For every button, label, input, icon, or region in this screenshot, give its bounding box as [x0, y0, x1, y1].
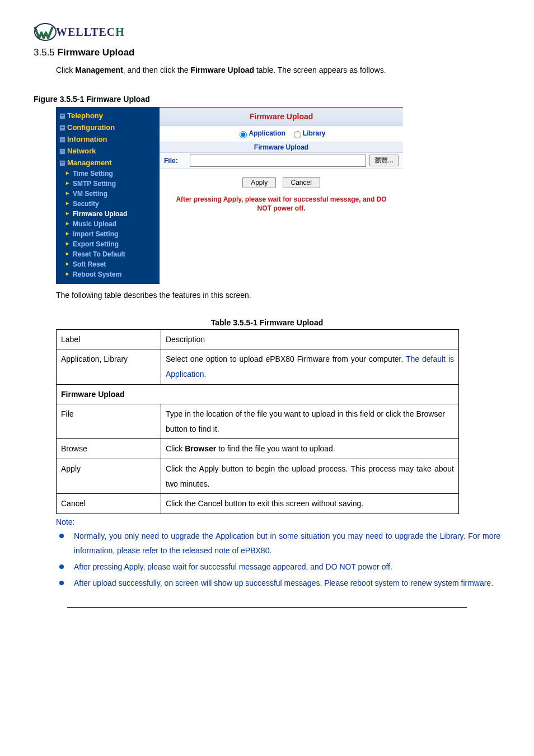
note-item-2: After pressing Apply, please wait for su…	[71, 559, 500, 575]
description-table: Label Description Application, Library S…	[56, 329, 459, 514]
row-cancel-label: Cancel	[57, 494, 161, 514]
file-path-input[interactable]	[190, 155, 366, 167]
note-item-1: Normally, you only need to upgrade the A…	[71, 529, 500, 558]
footer-rule	[67, 607, 467, 608]
upload-type-row: Application Library	[160, 126, 403, 142]
section-number: 3.5.5	[34, 47, 55, 58]
cancel-button[interactable]: Cancel	[283, 177, 320, 188]
file-label: File:	[164, 157, 186, 165]
after-shot-text: The following table describes the featur…	[56, 288, 500, 302]
nav-security[interactable]: Secutity	[56, 199, 160, 209]
notes-list: Normally, you only need to upgrade the A…	[56, 529, 500, 590]
button-row: Apply Cancel	[160, 169, 403, 193]
th-label: Label	[57, 329, 161, 349]
nav-reset-default[interactable]: Reset To Default	[56, 249, 160, 259]
logo: WELLTECH	[34, 22, 500, 41]
nav-network[interactable]: Network	[56, 145, 160, 157]
browse-button[interactable]: 瀏覽...	[369, 155, 399, 166]
section-heading: 3.5.5 Firmware Upload	[34, 47, 500, 58]
radio-library[interactable]	[294, 131, 301, 138]
intro-text: Click	[56, 66, 75, 74]
main-panel: Firmware Upload Application Library Firm…	[160, 108, 403, 284]
radio-application-label[interactable]: Application	[237, 129, 285, 137]
panel-subhead: Firmware Upload	[160, 142, 403, 153]
row3-a: Click	[166, 444, 185, 453]
logo-text-accent: H	[115, 26, 125, 38]
screenshot-area: Telephony Configuration Information Netw…	[56, 107, 403, 284]
nav-vm-setting[interactable]: VM Setting	[56, 189, 160, 199]
intro-text-2: , and then click the	[123, 66, 191, 74]
table-section: Firmware Upload	[57, 384, 459, 404]
section-title: Firmware Upload	[58, 47, 135, 58]
note-item-3: After upload successfully, on screen wil…	[71, 576, 500, 591]
warning-message: After pressing Apply, please wait for su…	[160, 193, 403, 222]
radio-library-text: Library	[303, 129, 326, 137]
row-browse-label: Browse	[57, 439, 161, 459]
nav-smtp-setting[interactable]: SMTP Setting	[56, 179, 160, 189]
row-browse-desc: Click Browser to find the file you want …	[161, 439, 459, 459]
row-apply-desc: Click the Apply button to begin the uplo…	[161, 459, 459, 493]
intro-paragraph: Click Management, and then click the Fir…	[56, 63, 500, 78]
radio-application[interactable]	[240, 131, 247, 138]
apply-button[interactable]: Apply	[242, 177, 276, 188]
row-file-desc: Type in the location of the file you wan…	[161, 404, 459, 439]
panel-title: Firmware Upload	[160, 108, 403, 126]
nav-firmware-upload[interactable]: Firmware Upload	[56, 209, 160, 219]
th-description: Description	[161, 329, 459, 349]
row3-c: to find the file you want to upload.	[216, 444, 335, 453]
row1-desc-a: Select one option to upload ePBX80 Firmw…	[166, 354, 406, 363]
nav-music-upload[interactable]: Music Upload	[56, 219, 160, 229]
radio-application-text: Application	[249, 129, 285, 137]
nav-import-setting[interactable]: Import Setting	[56, 229, 160, 239]
nav-export-setting[interactable]: Export Setting	[56, 239, 160, 249]
figure-caption: Figure 3.5.5-1 Firmware Upload	[34, 95, 500, 104]
nav-soft-reset[interactable]: Soft Reset	[56, 259, 160, 269]
file-row: File: 瀏覽...	[160, 153, 403, 169]
row-cancel-desc: Click the Cancel button to exit this scr…	[161, 494, 459, 514]
nav-configuration[interactable]: Configuration	[56, 122, 160, 133]
intro-text-3: table. The screen appears as follows.	[254, 66, 386, 74]
intro-bold-2: Firmware Upload	[190, 66, 254, 74]
nav-reboot-system[interactable]: Reboot System	[56, 269, 160, 279]
note-label: Note:	[56, 517, 500, 526]
row-app-lib-desc: Select one option to upload ePBX80 Firmw…	[161, 349, 459, 384]
nav-time-setting[interactable]: Time Setting	[56, 169, 160, 179]
table-caption: Table 3.5.5-1 Firmware Upload	[34, 318, 500, 327]
nav-information[interactable]: Information	[56, 133, 160, 145]
nav-management[interactable]: Management	[56, 157, 160, 169]
row3-b: Browser	[185, 444, 216, 453]
logo-icon	[34, 22, 57, 41]
nav-sidebar: Telephony Configuration Information Netw…	[56, 108, 160, 284]
logo-text: WELLTECH	[56, 26, 125, 39]
radio-library-label[interactable]: Library	[291, 129, 326, 137]
intro-bold-1: Management	[75, 66, 123, 74]
row-file-label: File	[57, 404, 161, 439]
nav-telephony[interactable]: Telephony	[56, 110, 160, 122]
row-app-lib-label: Application, Library	[57, 349, 161, 384]
logo-text-main: WELLTEC	[56, 26, 115, 38]
row-apply-label: Apply	[57, 459, 161, 493]
